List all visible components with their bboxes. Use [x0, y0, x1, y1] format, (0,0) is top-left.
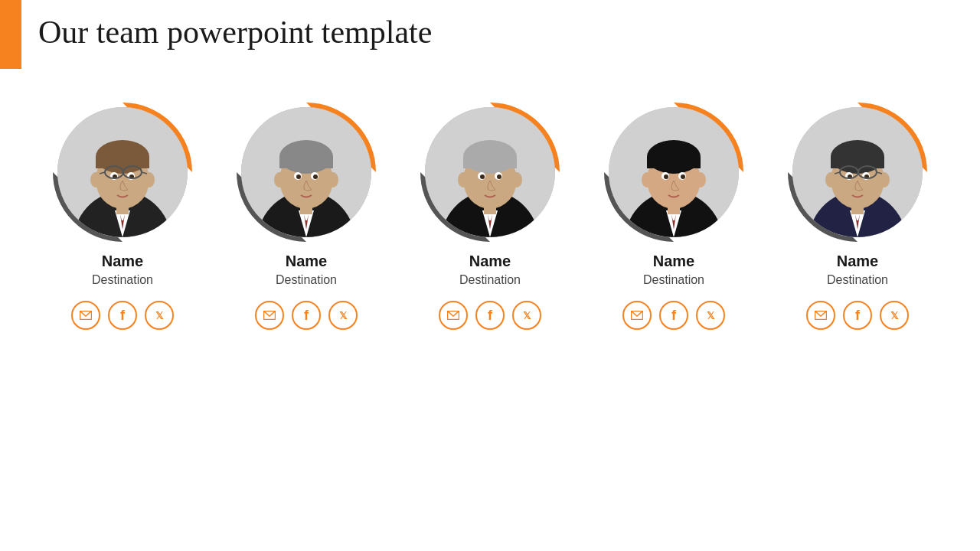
svg-rect-42	[463, 157, 517, 168]
member-name-5: Name	[837, 253, 878, 270]
svg-point-8	[90, 172, 101, 187]
member-name-3: Name	[469, 253, 511, 270]
team-member-1: Name Destination f 𝕏	[46, 107, 199, 330]
twitter-button-5[interactable]: 𝕏	[880, 301, 909, 330]
team-member-2: Name Destination f 𝕏	[230, 107, 383, 330]
member-destination-5: Destination	[827, 273, 888, 287]
svg-point-28	[274, 172, 285, 187]
accent-bar	[0, 0, 21, 69]
facebook-button-3[interactable]: f	[475, 301, 505, 330]
avatar-wrapper-5	[792, 107, 923, 237]
email-button-3[interactable]	[439, 301, 468, 330]
avatar-wrapper-4	[609, 107, 739, 237]
svg-point-48	[497, 174, 501, 179]
facebook-button-4[interactable]: f	[659, 301, 688, 330]
member-destination-2: Destination	[276, 273, 337, 287]
social-icons-1: f 𝕏	[71, 301, 174, 330]
member-name-2: Name	[286, 253, 327, 270]
svg-point-47	[480, 174, 485, 179]
svg-point-62	[664, 174, 668, 179]
svg-point-74	[879, 172, 890, 187]
team-member-3: Name Destination f 𝕏	[413, 107, 567, 330]
member-name-4: Name	[653, 253, 694, 270]
social-icons-2: f 𝕏	[255, 301, 358, 330]
page-title: Our team powerpoint template	[38, 14, 432, 51]
svg-point-43	[458, 172, 469, 187]
email-button-2[interactable]	[255, 301, 284, 330]
member-destination-4: Destination	[643, 273, 704, 287]
facebook-button-1[interactable]: f	[108, 301, 137, 330]
svg-point-9	[144, 172, 155, 187]
member-destination-3: Destination	[459, 273, 521, 287]
twitter-button-1[interactable]: 𝕏	[145, 301, 174, 330]
avatar-wrapper-1	[57, 107, 188, 237]
email-button-4[interactable]	[622, 301, 652, 330]
twitter-button-4[interactable]: 𝕏	[696, 301, 725, 330]
social-icons-3: f 𝕏	[439, 301, 541, 330]
svg-point-33	[313, 174, 318, 179]
email-button-5[interactable]	[806, 301, 835, 330]
member-destination-1: Destination	[92, 273, 153, 287]
avatar-1	[57, 107, 188, 237]
svg-point-73	[825, 172, 836, 187]
member-name-1: Name	[102, 253, 143, 270]
svg-rect-27	[279, 157, 333, 168]
twitter-button-2[interactable]: 𝕏	[328, 301, 358, 330]
avatar-wrapper-3	[425, 107, 555, 237]
team-container: Name Destination f 𝕏	[0, 107, 980, 330]
avatar-5	[792, 107, 923, 237]
social-icons-5: f 𝕏	[806, 301, 909, 330]
svg-point-44	[511, 172, 522, 187]
svg-rect-7	[96, 157, 149, 168]
team-member-5: Name Destination f 𝕏	[781, 107, 934, 330]
email-button-1[interactable]	[71, 301, 100, 330]
avatar-2	[241, 107, 371, 237]
svg-point-32	[296, 174, 301, 179]
avatar-wrapper-2	[241, 107, 371, 237]
svg-point-29	[328, 172, 338, 187]
svg-point-59	[695, 172, 706, 187]
svg-point-63	[681, 174, 685, 179]
svg-rect-57	[647, 157, 701, 168]
social-icons-4: f 𝕏	[622, 301, 725, 330]
svg-point-58	[642, 172, 652, 187]
avatar-3	[425, 107, 555, 237]
twitter-button-3[interactable]: 𝕏	[512, 301, 541, 330]
avatar-4	[609, 107, 739, 237]
team-member-4: Name Destination f 𝕏	[597, 107, 750, 330]
facebook-button-2[interactable]: f	[292, 301, 321, 330]
facebook-button-5[interactable]: f	[843, 301, 872, 330]
svg-rect-72	[831, 157, 884, 168]
